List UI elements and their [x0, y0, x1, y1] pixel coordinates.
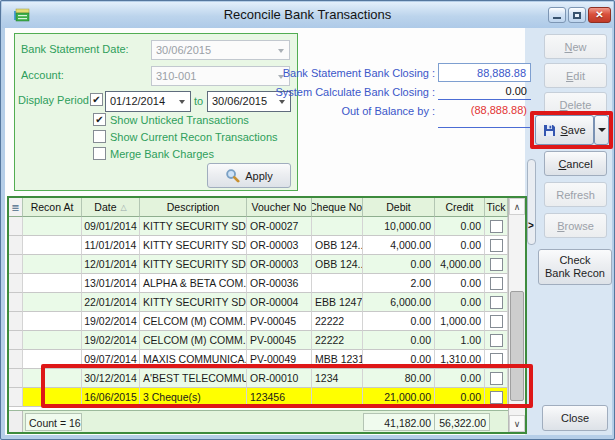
edit-button[interactable]: Edit	[544, 63, 607, 88]
cell-tick	[485, 255, 508, 274]
out-of-balance-text: (88,888.88)	[471, 104, 527, 116]
table-row[interactable]: 13/01/2014ALPHA & BETA COM...OR-000362.0…	[9, 274, 508, 293]
cell-desc: KITTY SECURITY SD...	[140, 217, 247, 236]
header-description[interactable]: Description	[140, 198, 247, 217]
tick-checkbox[interactable]	[490, 334, 503, 347]
table-row[interactable]: 12/01/2014KITTY SECURITY SD...OR-00003OB…	[9, 255, 508, 274]
cell-cre: 0.00	[435, 274, 485, 293]
maximize-icon	[573, 12, 581, 19]
show-current-recon-checkbox[interactable]	[93, 130, 106, 143]
header-voucher-no[interactable]: Voucher No	[247, 198, 312, 217]
table-row[interactable]: 19/02/2014CELCOM (M) COMM...PV-000452222…	[9, 312, 508, 331]
close-dialog-button[interactable]: Close	[542, 405, 608, 431]
cell-recon	[23, 312, 82, 331]
title-bar: Reconcile Bank Transactions ✕	[2, 2, 613, 28]
period-from-select[interactable]: 01/12/2014	[105, 91, 191, 112]
cell-deb: 0.00	[363, 312, 435, 331]
cell-deb: 2.00	[363, 274, 435, 293]
header-tick-label: Tick	[487, 201, 506, 213]
splitter-expand-icon[interactable]: >	[528, 220, 534, 231]
magnifier-icon	[225, 168, 240, 183]
header-date-label: Date	[94, 201, 116, 213]
out-of-balance-underline	[438, 127, 531, 128]
cell-chq: 22222	[312, 331, 363, 350]
apply-button[interactable]: Apply	[207, 163, 291, 188]
cell-tick	[485, 312, 508, 331]
show-current-recon-label: Show Current Recon Transactions	[110, 131, 278, 143]
check-bank-recon-button[interactable]: Check Bank Recon	[538, 249, 612, 285]
out-of-balance-label: Out of Balance by :	[251, 105, 435, 117]
cancel-button[interactable]: Cancel	[544, 151, 607, 176]
browse-button-label: Browse	[557, 220, 594, 232]
header-date[interactable]: Date△	[82, 198, 140, 217]
new-button[interactable]: New	[544, 34, 607, 59]
cell-ind	[9, 274, 23, 293]
cell-desc: KITTY SECURITY SD...	[140, 236, 247, 255]
debit-total: 41,182.00	[363, 413, 435, 431]
scroll-up-button[interactable]: ∧	[509, 198, 525, 215]
table-row[interactable]: 22/01/2014KITTY SECURITY SD...OR-00004EB…	[9, 293, 508, 312]
system-calculate-closing-label: System Calculate Bank Closing :	[251, 86, 435, 98]
cell-deb: 10,000.00	[363, 217, 435, 236]
header-cheque-no-label: Cheque No.	[312, 201, 363, 213]
tick-checkbox[interactable]	[490, 296, 503, 309]
show-unticked-label: Show Unticked Transactions	[110, 114, 249, 126]
tick-checkbox[interactable]	[490, 239, 503, 252]
cell-date: 19/02/2014	[82, 312, 140, 331]
header-recon-at[interactable]: Recon At	[23, 198, 82, 217]
tick-checkbox[interactable]	[490, 277, 503, 290]
header-debit[interactable]: Debit	[363, 198, 435, 217]
show-unticked-checkbox[interactable]	[93, 113, 106, 126]
delete-button-label: Delete	[560, 99, 592, 111]
tick-checkbox[interactable]	[490, 315, 503, 328]
splitter-grip[interactable]	[527, 159, 536, 245]
cell-desc: KITTY SECURITY SD...	[140, 255, 247, 274]
chevron-down-icon	[279, 100, 285, 104]
table-row[interactable]: 19/02/2014CELCOM (M) COMM...PV-000452222…	[9, 331, 508, 350]
cell-vou: OR-00027	[247, 217, 312, 236]
browse-button[interactable]: Browse	[544, 213, 607, 238]
credit-total: 56,322.00	[434, 413, 490, 431]
window-frame: Reconcile Bank Transactions ✕ Bank State…	[0, 0, 615, 440]
minimize-icon	[553, 17, 561, 19]
header-cheque-no[interactable]: Cheque No.	[312, 198, 363, 217]
header-credit[interactable]: Credit	[435, 198, 485, 217]
close-icon: ✕	[595, 10, 603, 20]
cell-recon	[23, 217, 82, 236]
header-description-label: Description	[167, 201, 220, 213]
cell-date: 11/01/2014	[82, 236, 140, 255]
refresh-button[interactable]: Refresh	[544, 182, 607, 207]
cell-ind	[9, 236, 23, 255]
maximize-button[interactable]	[568, 7, 586, 23]
system-calculate-closing-value: 0.00	[438, 85, 531, 100]
bank-statement-date-select[interactable]: 30/06/2015	[151, 40, 290, 60]
merge-bank-charges-label: Merge Bank Charges	[110, 148, 214, 160]
header-tick[interactable]: Tick	[485, 198, 508, 217]
refresh-button-label: Refresh	[556, 189, 595, 201]
scroll-down-button[interactable]: ∨	[509, 415, 525, 432]
table-row[interactable]: 11/01/2014KITTY SECURITY SD...OR-00003OB…	[9, 236, 508, 255]
cell-chq	[312, 274, 363, 293]
cell-date: 22/01/2014	[82, 293, 140, 312]
display-period-checkbox[interactable]	[90, 93, 103, 106]
tick-checkbox[interactable]	[490, 258, 503, 271]
cell-vou: OR-00003	[247, 236, 312, 255]
chevron-down-icon	[179, 100, 185, 104]
cell-cre: 0.00	[435, 217, 485, 236]
cell-cre: 0.00	[435, 236, 485, 255]
tick-checkbox[interactable]	[490, 220, 503, 233]
check-bank-recon-label: Check Bank Recon	[545, 254, 605, 280]
merge-bank-charges-checkbox[interactable]	[93, 147, 106, 160]
cell-date: 19/02/2014	[82, 331, 140, 350]
cell-tick	[485, 274, 508, 293]
new-button-label: New	[564, 41, 586, 53]
cell-cre: 1.00	[435, 331, 485, 350]
table-header: ≣ Recon At Date△ Description Voucher No …	[9, 198, 508, 217]
minimize-button[interactable]	[548, 7, 566, 23]
cell-ind	[9, 369, 23, 388]
cell-cre: 1,000.00	[435, 312, 485, 331]
close-button[interactable]: ✕	[588, 7, 611, 23]
display-period-label: Display Period	[18, 94, 89, 106]
table-row[interactable]: 09/01/2014KITTY SECURITY SD...OR-0002710…	[9, 217, 508, 236]
bank-statement-closing-input[interactable]: 88,888.88	[438, 63, 531, 82]
